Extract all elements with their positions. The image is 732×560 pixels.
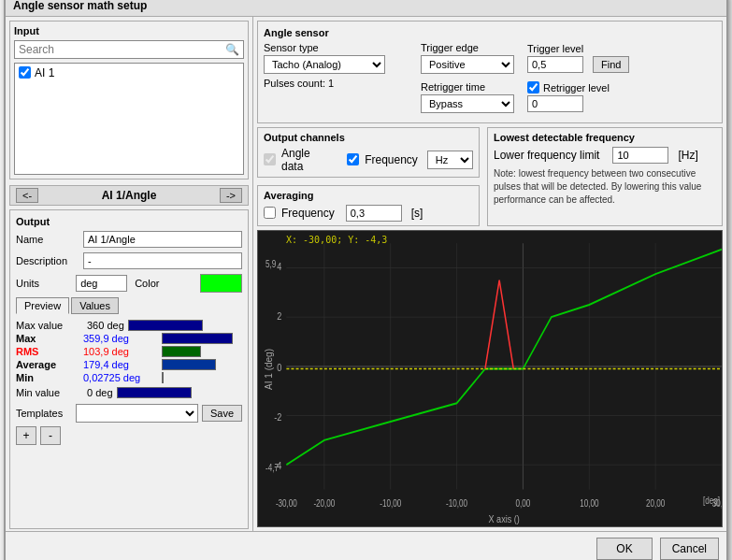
rms-stat-value: 103,9 deg (83, 346, 158, 357)
frequency-checkbox[interactable] (347, 153, 359, 165)
trigger-edge-row: Trigger edge Positive Negative Trigger l… (421, 42, 629, 74)
trigger-edge-select[interactable]: Positive Negative (421, 55, 514, 74)
sensor-type-select[interactable]: Tacho (Analog) (264, 55, 385, 74)
svg-text:10,00: 10,00 (580, 496, 598, 508)
retrigger-level-group: Retrigger level (527, 81, 610, 112)
trigger-level-input[interactable] (527, 56, 583, 73)
main-content: Input 🔍 AI 1 <- AI 1/Angle -> (6, 17, 726, 531)
find-button[interactable]: Find (593, 56, 629, 73)
templates-label: Templates (16, 408, 72, 419)
trigger-col: Trigger edge Positive Negative Trigger l… (421, 42, 629, 113)
left-panel: Input 🔍 AI 1 <- AI 1/Angle -> (6, 17, 253, 531)
channel-nav: <- AI 1/Angle -> (9, 185, 249, 206)
max-value-label: Max value (16, 320, 83, 331)
search-button[interactable]: 🔍 (222, 41, 243, 58)
trigger-level-label: Trigger level (527, 43, 629, 54)
input-list: AI 1 (14, 63, 244, 175)
retrigger-time-label: Retrigger time (421, 81, 514, 93)
templates-row: Templates Save (16, 404, 242, 423)
left-sections: Output channels Angle data Frequency Hz … (257, 127, 480, 226)
angle-sensor-title: Angle sensor (264, 27, 716, 38)
save-button[interactable]: Save (202, 405, 242, 422)
average-row: Average 179,4 deg (16, 359, 242, 370)
svg-text:2: 2 (277, 309, 281, 321)
min-label: Min (16, 372, 83, 383)
min-value-row: Min value 0 deg (16, 387, 242, 398)
average-stat-value: 179,4 deg (83, 359, 158, 370)
averaging-row: Frequency [s] (264, 205, 473, 222)
frequency-unit-select[interactable]: Hz rpm (427, 151, 473, 169)
max-bar (162, 333, 233, 344)
trigger-level-input-row: Find (527, 56, 629, 73)
min-bar (162, 372, 164, 383)
templates-select[interactable] (76, 404, 198, 423)
trigger-edge-group: Trigger edge Positive Negative (421, 42, 514, 74)
retrigger-level-checkbox[interactable] (527, 81, 539, 93)
averaging-frequency-checkbox[interactable] (264, 207, 276, 219)
averaging-frequency-label: Frequency (281, 207, 335, 220)
min-row: Min 0,02725 deg (16, 372, 242, 383)
svg-text:5,9: 5,9 (266, 258, 276, 269)
min-value-bar (117, 387, 192, 398)
frequency-label: Frequency (365, 153, 418, 166)
retrigger-time-group: Retrigger time Bypass (421, 81, 514, 113)
svg-text:4: 4 (277, 259, 281, 271)
ai1-checkbox[interactable] (19, 66, 31, 79)
svg-text:-2: -2 (274, 409, 281, 422)
prev-channel-button[interactable]: <- (16, 188, 38, 203)
cancel-button[interactable]: Cancel (660, 538, 719, 560)
chart-svg: 4 2 0 -2 -4 5,9 -4,7 -20,0 (258, 231, 722, 526)
sensor-type-col: Sensor type Tacho (Analog) Pulses count:… (264, 42, 413, 113)
svg-text:20,00: 20,00 (646, 496, 665, 508)
rms-row: RMS 103,9 deg (16, 346, 242, 357)
max-value-bar (128, 320, 203, 331)
right-panel: Angle sensor Sensor type Tacho (Analog) … (253, 17, 726, 531)
retrigger-level-input[interactable] (527, 95, 583, 112)
output-channels-section: Output channels Angle data Frequency Hz … (257, 127, 480, 178)
angle-sensor-row: Sensor type Tacho (Analog) Pulses count:… (264, 42, 716, 113)
tab-row: Preview Values (16, 297, 242, 314)
units-label: Units (16, 278, 76, 289)
ai1-label: AI 1 (35, 66, 54, 79)
list-item[interactable]: AI 1 (17, 65, 241, 80)
values-tab[interactable]: Values (71, 297, 119, 314)
lowest-freq-note: Note: lowest frequency between two conse… (494, 167, 716, 207)
mid-row: Output channels Angle data Frequency Hz … (257, 127, 723, 226)
averaging-section: Averaging Frequency [s] (257, 185, 480, 226)
svg-text:-30,00: -30,00 (276, 496, 297, 508)
window-title: Angle sensor math setup (13, 0, 147, 12)
lower-freq-label: Lower frequency limit (494, 149, 599, 162)
rms-bar (162, 346, 201, 357)
averaging-title: Averaging (264, 190, 473, 201)
description-input[interactable] (83, 252, 242, 269)
angle-data-checkbox[interactable] (264, 153, 276, 165)
averaging-value-input[interactable] (346, 205, 402, 222)
freq-unit: [Hz] (678, 149, 697, 162)
remove-button[interactable]: - (40, 426, 61, 445)
search-input[interactable] (15, 41, 222, 58)
input-section-title: Input (14, 25, 244, 36)
units-input[interactable] (76, 275, 127, 292)
preview-tab[interactable]: Preview (16, 297, 69, 314)
svg-text:-4,7: -4,7 (266, 461, 279, 472)
rms-label: RMS (16, 346, 83, 357)
sensor-type-label: Sensor type (264, 42, 413, 53)
svg-text:-10,00: -10,00 (446, 496, 467, 508)
sensor-type-group: Sensor type Tacho (Analog) (264, 42, 413, 74)
retrigger-row: Retrigger time Bypass Retrigger level (421, 81, 629, 113)
trigger-edge-label: Trigger edge (421, 42, 514, 53)
description-row: Description (16, 252, 242, 269)
angle-sensor-section: Angle sensor Sensor type Tacho (Analog) … (257, 21, 723, 123)
add-button[interactable]: + (16, 426, 36, 445)
svg-text:X axis (): X axis () (489, 511, 520, 524)
retrigger-level-checkbox-row: Retrigger level (527, 81, 610, 93)
retrigger-time-select[interactable]: Bypass (421, 94, 514, 113)
ok-button[interactable]: OK (596, 538, 652, 560)
lower-freq-input[interactable] (612, 147, 668, 164)
name-label: Name (16, 234, 83, 245)
next-channel-button[interactable]: -> (220, 188, 242, 203)
output-section: Output Name Description Units Color Pre (9, 209, 249, 529)
color-swatch[interactable] (200, 274, 242, 293)
averaging-unit: [s] (411, 207, 423, 220)
name-input[interactable] (83, 231, 242, 248)
